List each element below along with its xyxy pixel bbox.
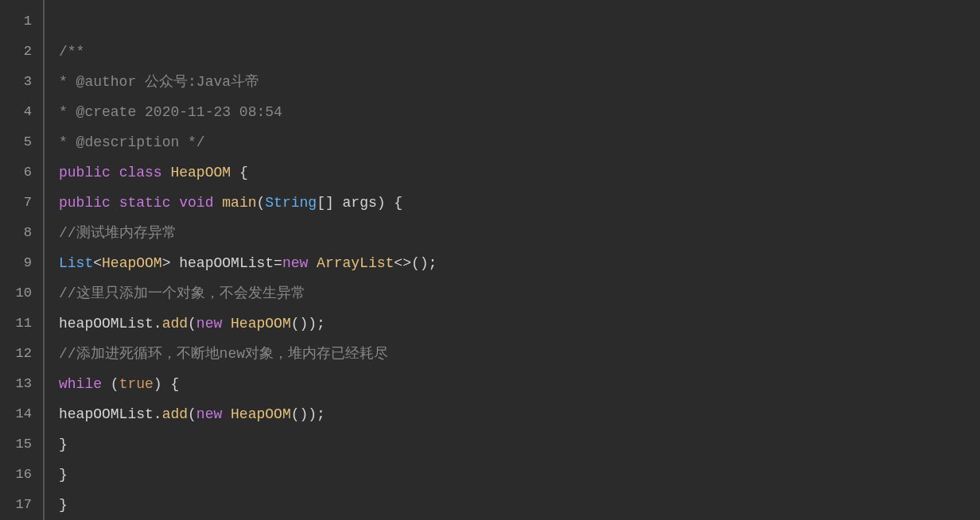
paren-open: (	[257, 195, 266, 211]
space	[170, 195, 179, 211]
line-number[interactable]: 6	[0, 157, 43, 188]
paren-brace: ) {	[154, 376, 179, 392]
doc-tag-description: @description	[76, 134, 180, 150]
line-number[interactable]: 9	[0, 248, 43, 278]
brace-close: }	[59, 437, 68, 452]
brace-close: }	[59, 497, 68, 513]
code-line-11[interactable]: heapOOMList.add(new HeapOOM());	[59, 309, 980, 339]
line-comment-b: 对象，堆内存已经耗尽	[245, 346, 388, 362]
doc-comment-close: */	[179, 134, 204, 150]
doc-create-text: 2020-11-23 08:54	[136, 104, 282, 120]
class-ref: HeapOOM	[222, 406, 290, 422]
diamond: <>	[394, 255, 411, 271]
space	[213, 195, 222, 211]
code-line-4[interactable]: * @create 2020-11-23 08:54	[59, 97, 980, 127]
doc-star: *	[59, 134, 76, 150]
call-end: ());	[291, 316, 325, 332]
space	[231, 165, 239, 180]
dot: .	[154, 316, 162, 332]
space	[162, 165, 171, 180]
doc-tag-create: @create	[76, 104, 137, 120]
type-string: String	[265, 195, 317, 211]
doc-comment-open: /**	[59, 44, 84, 60]
literal-true: true	[119, 376, 154, 392]
brace-open: {	[386, 195, 403, 211]
line-number[interactable]: 17	[0, 490, 43, 520]
param-args: args	[334, 195, 377, 211]
code-line-5[interactable]: * @description */	[59, 127, 980, 157]
doc-star: *	[59, 74, 76, 90]
code-line-12[interactable]: //添加进死循环，不断地new对象，堆内存已经耗尽	[59, 339, 980, 369]
line-number[interactable]: 14	[0, 399, 43, 429]
code-line-10[interactable]: //这里只添加一个对象，不会发生异常	[59, 278, 980, 309]
line-number[interactable]: 12	[0, 339, 43, 369]
space	[111, 195, 119, 211]
code-line-17[interactable]: }	[59, 490, 980, 520]
code-line-9[interactable]: List<HeapOOM> heapOOMList=new ArrayList<…	[59, 248, 980, 278]
line-number[interactable]: 2	[0, 37, 43, 67]
code-line-13[interactable]: while (true) {	[59, 369, 980, 399]
angle-close: >	[162, 255, 171, 271]
variable-ref: heapOOMList	[59, 406, 154, 422]
keyword-while: while	[59, 376, 102, 392]
paren-close: )	[377, 195, 386, 211]
code-line-7[interactable]: public static void main(String[] args) {	[59, 188, 980, 218]
line-number[interactable]: 10	[0, 278, 43, 309]
line-comment-new: new	[220, 346, 245, 362]
line-number[interactable]: 4	[0, 97, 43, 127]
space	[111, 165, 119, 180]
code-line-8[interactable]: //测试堆内存异常	[59, 218, 980, 248]
class-name: HeapOOM	[170, 165, 231, 180]
method-add: add	[162, 316, 188, 332]
brackets: []	[317, 195, 334, 211]
code-line-14[interactable]: heapOOMList.add(new HeapOOM());	[59, 399, 980, 429]
code-line-16[interactable]: }	[59, 460, 980, 490]
method-add: add	[162, 406, 188, 422]
brace-open: {	[239, 165, 248, 180]
code-editor: 1 2 3 4 5 6 7 8 9 10 11 12 13 14 15 16 1…	[0, 0, 980, 520]
keyword-public: public	[59, 195, 111, 211]
line-comment: //这里只添加一个对象，不会发生异常	[59, 285, 305, 301]
line-number[interactable]: 8	[0, 218, 43, 248]
class-ref: HeapOOM	[222, 316, 290, 332]
method-main: main	[222, 195, 256, 211]
variable-ref: heapOOMList	[59, 316, 154, 332]
doc-star: *	[59, 104, 76, 120]
line-number[interactable]: 11	[0, 309, 43, 339]
variable-name: heapOOMList	[170, 255, 274, 271]
keyword-new: new	[282, 255, 308, 271]
line-number[interactable]: 13	[0, 369, 43, 399]
keyword-void: void	[179, 195, 213, 211]
gutter: 1 2 3 4 5 6 7 8 9 10 11 12 13 14 15 16 1…	[0, 0, 45, 520]
equals: =	[274, 255, 282, 271]
code-line-2[interactable]: /**	[59, 37, 980, 67]
code-line-15[interactable]: }	[59, 429, 980, 460]
type-arraylist: ArrayList	[308, 255, 394, 271]
keyword-static: static	[119, 195, 171, 211]
code-line-1[interactable]	[59, 6, 980, 37]
keyword-new: new	[196, 406, 222, 422]
line-number[interactable]: 1	[0, 6, 43, 37]
dot: .	[154, 406, 162, 422]
code-line-3[interactable]: * @author 公众号:Java斗帝	[59, 67, 980, 97]
doc-tag-author: @author	[76, 74, 137, 90]
brace-close: }	[59, 467, 68, 483]
type-list: List	[59, 255, 93, 271]
line-comment-a: //添加进死循环，不断地	[59, 346, 220, 362]
paren-open: (	[188, 406, 196, 422]
line-number[interactable]: 3	[0, 67, 43, 97]
keyword-new: new	[196, 316, 222, 332]
code-area[interactable]: /** * @author 公众号:Java斗帝 * @create 2020-…	[45, 0, 980, 520]
line-number[interactable]: 7	[0, 188, 43, 218]
line-number[interactable]: 5	[0, 127, 43, 157]
paren-open: (	[188, 316, 196, 332]
line-number[interactable]: 15	[0, 429, 43, 460]
generic-type: HeapOOM	[102, 255, 162, 271]
doc-author-text: 公众号:Java斗帝	[136, 74, 259, 90]
keyword-class: class	[119, 165, 162, 180]
code-line-6[interactable]: public class HeapOOM {	[59, 157, 980, 188]
line-number[interactable]: 16	[0, 460, 43, 490]
angle-open: <	[93, 255, 102, 271]
line-comment: //测试堆内存异常	[59, 225, 177, 241]
paren-open: (	[102, 376, 119, 392]
